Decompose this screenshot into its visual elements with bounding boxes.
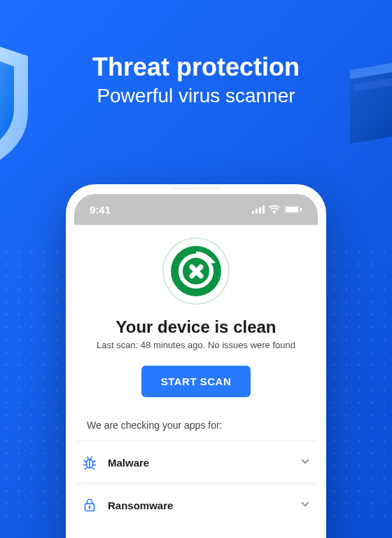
scan-item-malware[interactable]: Malware [74, 441, 318, 483]
svg-line-18 [92, 467, 95, 469]
svg-line-14 [93, 460, 96, 462]
svg-line-13 [84, 460, 87, 462]
scan-item-label: Ransomware [108, 499, 173, 511]
scan-item-ransomware[interactable]: Ransomware [74, 483, 318, 526]
lock-icon [81, 497, 98, 513]
page-subtitle: Powerful virus scanner [0, 85, 392, 107]
status-time: 9:41 [90, 204, 111, 216]
scan-item-label: Malware [108, 457, 149, 469]
scanner-section: Your device is clean Last scan: 48 minut… [74, 237, 318, 431]
chevron-down-icon [300, 498, 311, 512]
phone-content: Your device is clean Last scan: 48 minut… [66, 225, 326, 526]
scan-status-subtitle: Last scan: 48 minutes ago. No issues wer… [81, 340, 311, 350]
svg-rect-6 [300, 207, 302, 211]
app-logo [162, 237, 230, 305]
svg-line-20 [91, 457, 92, 459]
svg-line-19 [87, 457, 88, 459]
svg-rect-2 [259, 207, 261, 214]
phone-frame: 9:41 [66, 184, 326, 538]
svg-line-17 [85, 467, 88, 469]
signal-icon [252, 204, 265, 216]
phone-speaker [172, 188, 220, 189]
svg-rect-5 [286, 207, 298, 212]
svg-rect-1 [255, 209, 258, 214]
status-indicators [252, 204, 302, 216]
battery-icon [284, 204, 302, 216]
chevron-down-icon [300, 455, 311, 469]
wifi-icon [269, 204, 280, 216]
page-title: Threat protection [0, 53, 392, 82]
svg-rect-3 [262, 205, 265, 214]
svg-rect-0 [252, 211, 254, 214]
start-scan-button[interactable]: START SCAN [141, 366, 251, 397]
checking-label: We are checking your apps for: [87, 420, 311, 431]
status-bar: 9:41 [74, 194, 318, 225]
header-section: Threat protection Powerful virus scanner [0, 53, 392, 107]
bug-icon [81, 454, 98, 471]
scan-status-title: Your device is clean [81, 317, 311, 337]
